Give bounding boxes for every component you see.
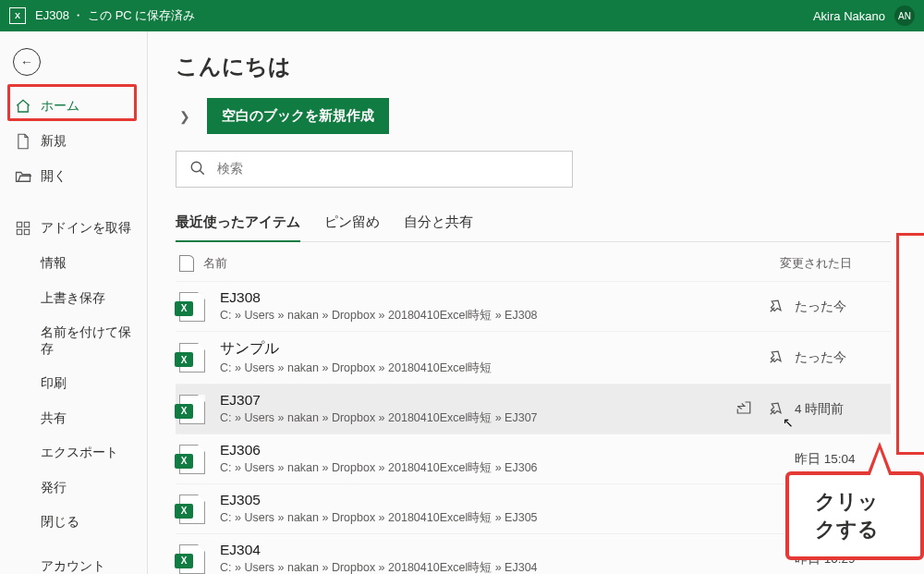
folder-open-icon <box>15 170 31 183</box>
svg-point-4 <box>191 162 201 172</box>
svg-rect-1 <box>24 222 29 226</box>
backstage-content: こんにちは ❯ 空白のブックを新規作成 検索 最近使ったアイテム ピン留め 自分… <box>148 31 924 574</box>
left-nav: ホーム 新規 開く アドインを取得 情報 上書き保存 名前を付けて保存 印刷 共… <box>0 31 148 574</box>
recent-item[interactable]: XEJ307C: » Users » nakan » Dropbox » 201… <box>176 384 891 434</box>
file-date: 昨日 11:40 <box>795 501 887 518</box>
recent-item[interactable]: XEJ308C: » Users » nakan » Dropbox » 201… <box>176 281 891 331</box>
share-icon[interactable] <box>736 399 752 419</box>
nav-save[interactable]: 上書き保存 <box>0 281 147 316</box>
recent-item[interactable]: XEJ305C: » Users » nakan » Dropbox » 201… <box>176 483 891 533</box>
tab-recent[interactable]: 最近使ったアイテム <box>176 206 300 242</box>
tab-shared[interactable]: 自分と共有 <box>404 206 473 241</box>
nav-account[interactable]: アカウント <box>0 549 147 574</box>
addins-icon <box>15 221 31 236</box>
file-path: C: » Users » nakan » Dropbox » 20180410E… <box>220 360 711 376</box>
excel-file-icon: X <box>179 343 205 372</box>
recent-list: XEJ308C: » Users » nakan » Dropbox » 201… <box>176 281 891 574</box>
nav-addins-label: アドインを取得 <box>41 220 131 237</box>
pin-icon[interactable] <box>765 348 785 368</box>
nav-get-addins[interactable]: アドインを取得 <box>0 211 147 246</box>
cursor-icon: ↖ <box>783 415 794 430</box>
file-name: EJ306 <box>220 442 711 458</box>
file-path: C: » Users » nakan » Dropbox » 20180410E… <box>220 510 711 526</box>
pin-icon[interactable]: ↖ <box>765 399 785 420</box>
excel-file-icon: X <box>179 445 205 474</box>
search-icon <box>189 160 206 179</box>
file-name: EJ307 <box>220 392 711 409</box>
file-path: C: » Users » nakan » Dropbox » 20180410E… <box>220 308 711 324</box>
search-placeholder: 検索 <box>217 161 243 177</box>
nav-home[interactable]: ホーム <box>0 89 147 124</box>
nav-open[interactable]: 開く <box>0 159 147 194</box>
excel-file-icon: X <box>179 395 205 424</box>
document-title: EJ308 ・ この PC に保存済み <box>35 7 195 24</box>
excel-file-icon: X <box>179 544 205 574</box>
tab-pinned[interactable]: ピン留め <box>324 206 380 241</box>
avatar[interactable]: AN <box>894 6 915 26</box>
file-date: たった今 <box>795 349 887 366</box>
nav-print[interactable]: 印刷 <box>0 366 147 401</box>
document-column-icon <box>179 255 194 272</box>
list-header: 名前 変更された日 <box>176 246 891 281</box>
new-file-icon <box>15 133 31 150</box>
svg-rect-0 <box>17 222 21 226</box>
chevron-right-icon: ❯ <box>176 109 194 124</box>
file-path: C: » Users » nakan » Dropbox » 20180410E… <box>220 410 711 426</box>
svg-rect-3 <box>24 229 29 234</box>
nav-new[interactable]: 新規 <box>0 124 147 159</box>
nav-share[interactable]: 共有 <box>0 401 147 436</box>
svg-rect-2 <box>17 229 21 234</box>
col-date-label[interactable]: 変更された日 <box>780 255 891 272</box>
nav-home-label: ホーム <box>41 98 79 115</box>
file-name: サンプル <box>220 339 711 359</box>
file-date: 昨日 10:29 <box>795 551 887 568</box>
file-name: EJ308 <box>220 289 711 306</box>
nav-export[interactable]: エクスポート <box>0 435 147 470</box>
file-date: たった今 <box>795 299 887 315</box>
nav-close[interactable]: 閉じる <box>0 505 147 540</box>
nav-info[interactable]: 情報 <box>0 246 147 281</box>
home-icon <box>15 98 31 115</box>
file-path: C: » Users » nakan » Dropbox » 20180410E… <box>220 560 711 574</box>
recent-tabs: 最近使ったアイテム ピン留め 自分と共有 <box>176 206 891 242</box>
user-name[interactable]: Akira Nakano <box>813 9 885 23</box>
file-name: EJ304 <box>220 542 711 558</box>
annotation-pin-highlight <box>896 233 924 455</box>
file-path: C: » Users » nakan » Dropbox » 20180410E… <box>220 460 711 476</box>
file-date: 昨日 15:04 <box>795 451 887 468</box>
nav-open-label: 開く <box>41 168 67 185</box>
excel-file-icon: X <box>179 495 205 524</box>
excel-app-icon: X <box>9 7 26 24</box>
excel-file-icon: X <box>179 292 205 322</box>
pin-icon[interactable] <box>765 297 785 317</box>
file-date: 4 時間前 <box>795 401 887 418</box>
new-blank-workbook-button[interactable]: 空白のブックを新規作成 <box>207 98 389 134</box>
recent-item[interactable]: XEJ304C: » Users » nakan » Dropbox » 201… <box>176 533 891 574</box>
page-title: こんにちは <box>176 52 891 81</box>
col-name-label[interactable]: 名前 <box>203 255 227 272</box>
nav-save-as[interactable]: 名前を付けて保存 <box>0 315 147 366</box>
nav-publish[interactable]: 発行 <box>0 470 147 506</box>
titlebar: X EJ308 ・ この PC に保存済み Akira Nakano AN <box>0 0 924 31</box>
recent-item[interactable]: XEJ306C: » Users » nakan » Dropbox » 201… <box>176 434 891 483</box>
recent-item[interactable]: XサンプルC: » Users » nakan » Dropbox » 2018… <box>176 331 891 384</box>
file-name: EJ305 <box>220 492 711 508</box>
search-box[interactable]: 検索 <box>176 151 573 188</box>
nav-new-label: 新規 <box>41 133 67 150</box>
back-button[interactable] <box>13 48 41 76</box>
